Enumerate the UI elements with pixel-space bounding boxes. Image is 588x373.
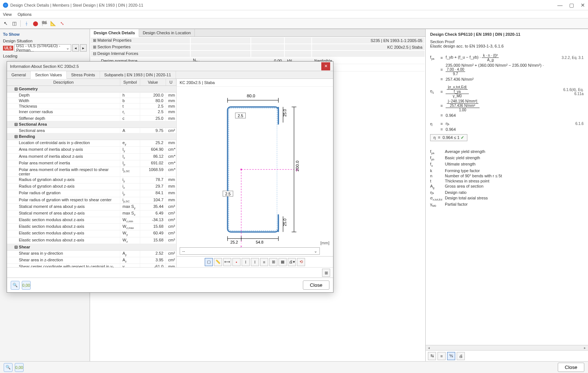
tool-axes-icon[interactable]: ⤡ xyxy=(58,20,66,28)
app-icon xyxy=(3,3,8,8)
titlebar: Design Check Details | Members | Steel D… xyxy=(0,0,588,10)
tool-select-icon[interactable]: ↖ xyxy=(1,20,10,28)
menu-options[interactable]: Options xyxy=(18,12,32,17)
menu-view[interactable]: View xyxy=(3,12,12,17)
tool-chart-icon[interactable]: 📐 xyxy=(49,20,57,28)
separator xyxy=(20,20,21,27)
tool-window-icon[interactable]: ◫ xyxy=(10,20,18,28)
window-title: Design Check Details | Members | Steel D… xyxy=(10,3,557,7)
minimize-button[interactable]: — xyxy=(557,3,563,8)
tool-beam-icon[interactable]: ⟊ xyxy=(23,20,31,28)
menubar: View Options xyxy=(0,10,588,18)
tool-info-icon[interactable]: ⬤ xyxy=(31,20,39,28)
close-window-button[interactable]: ✕ xyxy=(581,3,585,8)
tool-flag-icon[interactable]: 🏁 xyxy=(40,20,48,28)
main-toolbar: ↖ ◫ ⟊ ⬤ 🏁 📐 ⤡ xyxy=(0,18,588,29)
maximize-button[interactable]: ▢ xyxy=(569,3,574,8)
